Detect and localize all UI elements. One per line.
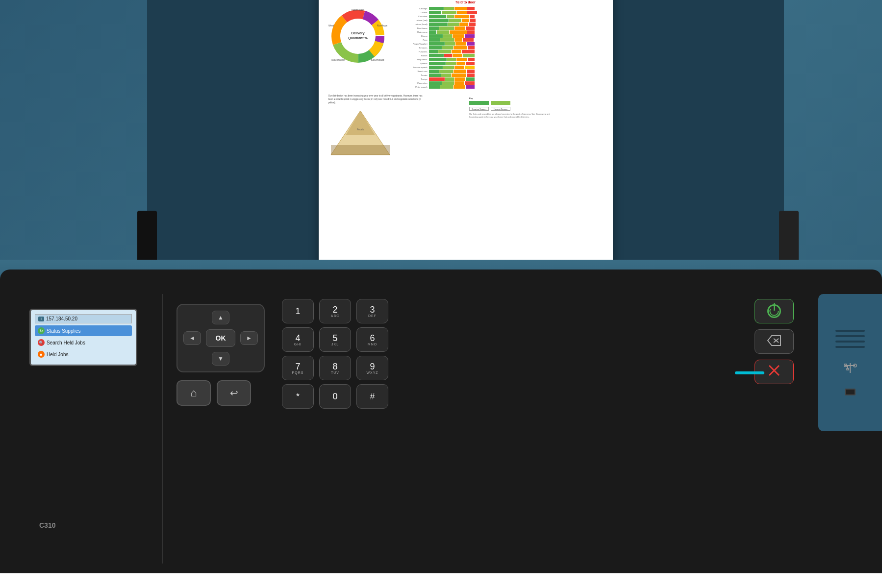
- vent-line-1: [835, 330, 865, 332]
- key-9[interactable]: 9 WXYZ: [356, 356, 388, 380]
- key-0-main: 0: [332, 392, 337, 401]
- lcd-menu-search-label: Search Held Jobs: [47, 340, 85, 345]
- key-3-main: 3: [370, 305, 375, 314]
- key-9-sub: WXYZ: [366, 371, 378, 374]
- keypad-grid: 1 2 ABC 3 DEF 4 GHI 5 JKL: [282, 299, 390, 409]
- nav-middle-row: ◄ OK ►: [183, 329, 258, 347]
- key-5-sub: JKL: [331, 343, 339, 346]
- model-label: C310: [39, 521, 55, 529]
- nav-down-button[interactable]: ▼: [212, 352, 229, 366]
- key-7[interactable]: 7 PQRS: [282, 356, 314, 380]
- nav-pad: ▲ ◄ OK ► ▼: [176, 304, 265, 372]
- lcd-menu-item-status[interactable]: ↻ Status Supplies: [35, 325, 132, 336]
- keypad-section: 1 2 ABC 3 DEF 4 GHI 5 JKL: [282, 299, 390, 414]
- power-icon: [767, 304, 781, 318]
- key-8[interactable]: 8 TUV: [319, 356, 351, 380]
- backspace-button[interactable]: [755, 329, 794, 354]
- nav-ok-button[interactable]: OK: [206, 329, 235, 347]
- nav-up-button[interactable]: ▲: [212, 311, 229, 324]
- key-1-main: 1: [295, 307, 300, 316]
- panel-divider: [162, 294, 163, 564]
- vent-line-3: [835, 341, 865, 343]
- lcd-ip-address: 157.184.50.20: [46, 316, 77, 321]
- key-1[interactable]: 1: [282, 299, 314, 323]
- key-3[interactable]: 3 DEF: [356, 299, 388, 323]
- svg-text:Northwest: Northwest: [377, 24, 387, 27]
- svg-text:West: West: [328, 24, 334, 27]
- key-7-main: 7: [295, 362, 300, 371]
- key-6-sub: MNO: [368, 343, 377, 346]
- key-3-sub: DEF: [368, 314, 377, 318]
- key-2[interactable]: 2 ABC: [319, 299, 351, 323]
- svg-text:Quadrant %: Quadrant %: [348, 36, 368, 40]
- svg-rect-15: [331, 145, 390, 155]
- key-7-sub: PQRS: [292, 371, 304, 374]
- key-hash[interactable]: #: [356, 384, 388, 409]
- key-8-main: 8: [332, 362, 337, 371]
- home-back-row: ⌂ ↩: [176, 380, 270, 406]
- ip-icon: i: [38, 317, 44, 321]
- held-icon: ■: [38, 351, 45, 358]
- svg-text:Foods: Foods: [357, 128, 364, 131]
- key-hash-main: #: [370, 392, 375, 401]
- svg-text:Northeast: Northeast: [351, 8, 364, 11]
- lcd-screen: i 157.184.50.20 ↻ Status Supplies 🔍 Sear…: [29, 309, 137, 366]
- usb-symbol: [843, 361, 857, 379]
- key-2-sub: ABC: [331, 314, 339, 318]
- svg-rect-29: [847, 368, 849, 370]
- bar-chart: Cabbage Carrots Cucumber Lettuce (leaf) …: [402, 7, 603, 91]
- printer-body: field to door: [0, 0, 882, 588]
- lcd-menu-held-label: Held Jobs: [47, 352, 68, 357]
- paper-description: Our distribution has been increasing yea…: [328, 95, 427, 104]
- key-4-sub: GHI: [294, 343, 302, 346]
- donut-chart: Delivery Quadrant % Northeast Northwest …: [328, 7, 392, 71]
- key-5-main: 5: [332, 334, 337, 343]
- svg-marker-14: [346, 111, 375, 135]
- nav-right-button[interactable]: ►: [240, 331, 258, 345]
- svg-text:Southeast: Southeast: [371, 58, 384, 61]
- lcd-menu-status-label: Status Supplies: [47, 328, 81, 334]
- svg-text:Southwest: Southwest: [331, 58, 345, 61]
- key-star-main: *: [296, 392, 300, 401]
- nav-left-button[interactable]: ◄: [183, 331, 201, 345]
- key-0[interactable]: 0: [319, 384, 351, 409]
- cancel-icon: [767, 363, 781, 381]
- home-button[interactable]: ⌂: [176, 380, 211, 406]
- back-button[interactable]: ↩: [217, 380, 251, 406]
- vent-line-4: [835, 346, 865, 348]
- key-6[interactable]: 6 MNO: [356, 327, 388, 352]
- paper-chart-area: Delivery Quadrant % Northeast Northwest …: [328, 7, 603, 91]
- paper-content: field to door: [328, 0, 603, 159]
- home-icon: ⌂: [190, 387, 197, 399]
- search-icon: 🔍: [38, 339, 45, 346]
- key-2-main: 2: [332, 305, 337, 314]
- nav-section: ▲ ◄ OK ► ▼ ⌂ ↩: [176, 304, 270, 406]
- key-9-main: 9: [370, 362, 375, 371]
- lcd-ip-bar: i 157.184.50.20: [35, 314, 132, 323]
- lcd-menu-item-held[interactable]: ■ Held Jobs: [35, 349, 132, 360]
- usb-port-slot[interactable]: [845, 389, 856, 395]
- status-icon: ↻: [38, 327, 45, 334]
- lcd-menu-item-search[interactable]: 🔍 Search Held Jobs: [35, 337, 132, 348]
- key-4-main: 4: [295, 334, 300, 343]
- paper-title: field to door: [328, 0, 603, 4]
- paper-key: Key Growing Season Harvest Season Our fr…: [469, 97, 603, 119]
- output-tray: field to door: [147, 0, 784, 284]
- back-icon: ↩: [230, 387, 238, 399]
- key-8-sub: TUV: [331, 371, 339, 374]
- control-panel: i 157.184.50.20 ↻ Status Supplies 🔍 Sear…: [0, 270, 882, 588]
- usb-port-area: [818, 294, 882, 431]
- key-star[interactable]: *: [282, 384, 314, 409]
- lcd-section: i 157.184.50.20 ↻ Status Supplies 🔍 Sear…: [29, 309, 152, 366]
- status-light: [735, 371, 764, 374]
- power-button[interactable]: [755, 299, 794, 323]
- key-4[interactable]: 4 GHI: [282, 327, 314, 352]
- svg-marker-19: [768, 336, 781, 345]
- key-5[interactable]: 5 JKL: [319, 327, 351, 352]
- key-6-main: 6: [370, 334, 375, 343]
- bottom-white-strip: [0, 573, 882, 588]
- printed-paper: field to door: [319, 0, 613, 284]
- function-buttons: [755, 299, 804, 384]
- vent-line-2: [835, 335, 865, 337]
- svg-text:Delivery: Delivery: [351, 31, 364, 35]
